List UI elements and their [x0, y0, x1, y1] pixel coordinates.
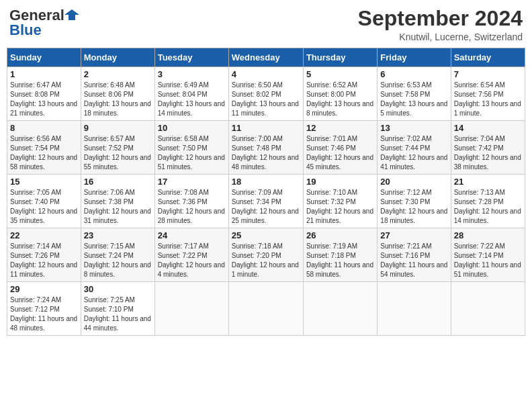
calendar-table: Sunday Monday Tuesday Wednesday Thursday…	[7, 48, 525, 336]
day-detail: Sunrise: 7:17 AMSunset: 7:22 PMDaylight:…	[158, 242, 226, 279]
table-row: 26 Sunrise: 7:19 AMSunset: 7:18 PMDaylig…	[303, 228, 377, 282]
day-number: 8	[10, 123, 78, 133]
header-row: Sunday Monday Tuesday Wednesday Thursday…	[7, 48, 525, 67]
table-row: 21 Sunrise: 7:13 AMSunset: 7:28 PMDaylig…	[451, 175, 525, 228]
table-row: 10 Sunrise: 6:58 AMSunset: 7:50 PMDaylig…	[154, 121, 228, 175]
day-detail: Sunrise: 7:21 AMSunset: 7:16 PMDaylight:…	[380, 242, 447, 279]
table-row	[154, 282, 228, 336]
table-row: 29 Sunrise: 7:24 AMSunset: 7:12 PMDaylig…	[7, 282, 81, 336]
day-number: 3	[158, 69, 226, 79]
day-number: 4	[232, 69, 300, 79]
day-detail: Sunrise: 6:57 AMSunset: 7:52 PMDaylight:…	[84, 134, 152, 172]
logo: General Blue	[9, 7, 79, 39]
table-row: 22 Sunrise: 7:14 AMSunset: 7:26 PMDaylig…	[7, 228, 81, 282]
day-detail: Sunrise: 7:22 AMSunset: 7:14 PMDaylight:…	[454, 242, 522, 279]
col-tuesday: Tuesday	[154, 48, 228, 67]
col-wednesday: Wednesday	[228, 48, 303, 67]
day-detail: Sunrise: 6:56 AMSunset: 7:54 PMDaylight:…	[10, 134, 78, 172]
table-row	[228, 282, 303, 336]
day-number: 18	[232, 177, 300, 187]
table-row: 24 Sunrise: 7:17 AMSunset: 7:22 PMDaylig…	[154, 228, 228, 282]
day-detail: Sunrise: 7:01 AMSunset: 7:46 PMDaylight:…	[306, 134, 374, 172]
day-detail: Sunrise: 6:49 AMSunset: 8:04 PMDaylight:…	[158, 81, 226, 118]
table-row: 19 Sunrise: 7:10 AMSunset: 7:32 PMDaylig…	[303, 175, 377, 228]
day-detail: Sunrise: 7:04 AMSunset: 7:42 PMDaylight:…	[454, 134, 522, 172]
table-row: 6 Sunrise: 6:53 AMSunset: 7:58 PMDayligh…	[378, 67, 451, 121]
table-row: 12 Sunrise: 7:01 AMSunset: 7:46 PMDaylig…	[303, 121, 377, 175]
calendar-week-row: 29 Sunrise: 7:24 AMSunset: 7:12 PMDaylig…	[7, 282, 525, 336]
table-row: 18 Sunrise: 7:09 AMSunset: 7:34 PMDaylig…	[228, 175, 303, 228]
day-detail: Sunrise: 6:54 AMSunset: 7:56 PMDaylight:…	[454, 81, 522, 118]
table-row: 2 Sunrise: 6:48 AMSunset: 8:06 PMDayligh…	[81, 67, 154, 121]
table-row: 20 Sunrise: 7:12 AMSunset: 7:30 PMDaylig…	[378, 175, 451, 228]
table-row: 16 Sunrise: 7:06 AMSunset: 7:38 PMDaylig…	[81, 175, 154, 228]
table-row: 17 Sunrise: 7:08 AMSunset: 7:36 PMDaylig…	[154, 175, 228, 228]
day-detail: Sunrise: 7:15 AMSunset: 7:24 PMDaylight:…	[84, 242, 152, 279]
day-detail: Sunrise: 7:05 AMSunset: 7:40 PMDaylight:…	[10, 188, 78, 226]
day-number: 20	[380, 177, 447, 187]
table-row: 9 Sunrise: 6:57 AMSunset: 7:52 PMDayligh…	[81, 121, 154, 175]
table-row: 14 Sunrise: 7:04 AMSunset: 7:42 PMDaylig…	[451, 121, 525, 175]
day-number: 28	[454, 230, 522, 240]
day-detail: Sunrise: 6:47 AMSunset: 8:08 PMDaylight:…	[10, 81, 78, 118]
day-detail: Sunrise: 6:53 AMSunset: 7:58 PMDaylight:…	[380, 81, 447, 118]
day-number: 19	[306, 177, 374, 187]
col-thursday: Thursday	[303, 48, 377, 67]
day-number: 9	[84, 123, 152, 133]
logo-bird-icon	[64, 8, 79, 23]
table-row	[451, 282, 525, 336]
calendar-week-row: 15 Sunrise: 7:05 AMSunset: 7:40 PMDaylig…	[7, 175, 525, 228]
day-number: 22	[10, 230, 78, 240]
day-number: 16	[84, 177, 152, 187]
day-detail: Sunrise: 7:00 AMSunset: 7:48 PMDaylight:…	[232, 134, 300, 172]
day-number: 11	[232, 123, 300, 133]
table-row: 11 Sunrise: 7:00 AMSunset: 7:48 PMDaylig…	[228, 121, 303, 175]
day-number: 15	[10, 177, 78, 187]
page-header: General Blue September 2024 Knutwil, Luc…	[7, 7, 525, 42]
table-row: 4 Sunrise: 6:50 AMSunset: 8:02 PMDayligh…	[228, 67, 303, 121]
day-number: 29	[10, 284, 78, 294]
day-number: 5	[306, 69, 374, 79]
day-number: 7	[454, 69, 522, 79]
day-number: 10	[158, 123, 226, 133]
day-number: 2	[84, 69, 152, 79]
col-friday: Friday	[378, 48, 451, 67]
table-row: 13 Sunrise: 7:02 AMSunset: 7:44 PMDaylig…	[378, 121, 451, 175]
table-row: 8 Sunrise: 6:56 AMSunset: 7:54 PMDayligh…	[7, 121, 81, 175]
day-detail: Sunrise: 6:48 AMSunset: 8:06 PMDaylight:…	[84, 81, 152, 118]
day-detail: Sunrise: 7:12 AMSunset: 7:30 PMDaylight:…	[380, 188, 447, 226]
day-detail: Sunrise: 7:10 AMSunset: 7:32 PMDaylight:…	[306, 188, 374, 226]
day-number: 25	[232, 230, 300, 240]
col-saturday: Saturday	[451, 48, 525, 67]
day-number: 12	[306, 123, 374, 133]
day-detail: Sunrise: 7:02 AMSunset: 7:44 PMDaylight:…	[380, 134, 447, 172]
day-detail: Sunrise: 7:09 AMSunset: 7:34 PMDaylight:…	[232, 188, 300, 226]
location: Knutwil, Lucerne, Switzerland	[358, 32, 523, 42]
day-detail: Sunrise: 6:50 AMSunset: 8:02 PMDaylight:…	[232, 81, 300, 118]
day-detail: Sunrise: 6:58 AMSunset: 7:50 PMDaylight:…	[158, 134, 226, 172]
table-row: 27 Sunrise: 7:21 AMSunset: 7:16 PMDaylig…	[378, 228, 451, 282]
table-row: 3 Sunrise: 6:49 AMSunset: 8:04 PMDayligh…	[154, 67, 228, 121]
col-sunday: Sunday	[7, 48, 81, 67]
table-row: 23 Sunrise: 7:15 AMSunset: 7:24 PMDaylig…	[81, 228, 154, 282]
day-number: 26	[306, 230, 374, 240]
col-monday: Monday	[81, 48, 154, 67]
svg-marker-0	[64, 9, 79, 20]
table-row: 30 Sunrise: 7:25 AMSunset: 7:10 PMDaylig…	[81, 282, 154, 336]
day-detail: Sunrise: 7:24 AMSunset: 7:12 PMDaylight:…	[10, 295, 78, 333]
day-number: 23	[84, 230, 152, 240]
table-row	[378, 282, 451, 336]
day-number: 30	[84, 284, 152, 294]
day-number: 24	[158, 230, 226, 240]
day-number: 1	[10, 69, 78, 79]
table-row: 15 Sunrise: 7:05 AMSunset: 7:40 PMDaylig…	[7, 175, 81, 228]
day-number: 14	[454, 123, 522, 133]
day-detail: Sunrise: 7:18 AMSunset: 7:20 PMDaylight:…	[232, 242, 300, 279]
month-title: September 2024	[358, 7, 523, 30]
calendar-week-row: 8 Sunrise: 6:56 AMSunset: 7:54 PMDayligh…	[7, 121, 525, 175]
day-number: 17	[158, 177, 226, 187]
day-detail: Sunrise: 7:25 AMSunset: 7:10 PMDaylight:…	[84, 295, 152, 333]
calendar-week-row: 22 Sunrise: 7:14 AMSunset: 7:26 PMDaylig…	[7, 228, 525, 282]
day-detail: Sunrise: 7:14 AMSunset: 7:26 PMDaylight:…	[10, 242, 78, 279]
day-detail: Sunrise: 7:06 AMSunset: 7:38 PMDaylight:…	[84, 188, 152, 226]
